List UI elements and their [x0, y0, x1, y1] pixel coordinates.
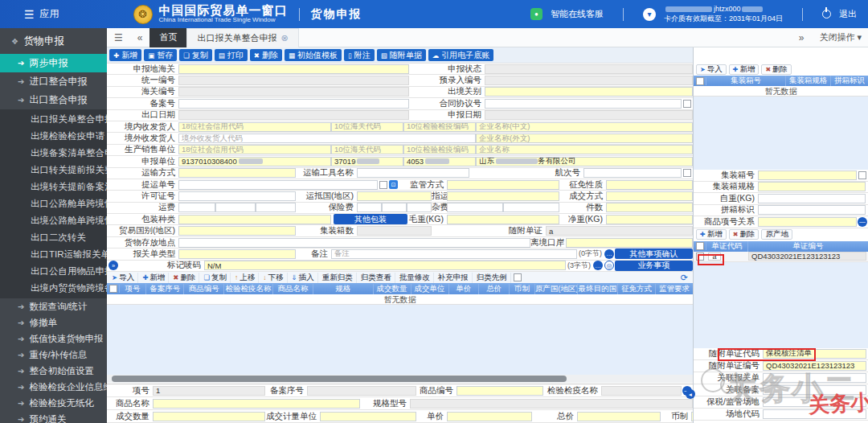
sidebar-item-import-integrated[interactable]: ➔ 进口整合申报: [0, 72, 107, 91]
item-new-button[interactable]: ✚新增: [139, 273, 169, 283]
freight-rate-input[interactable]: [215, 203, 256, 212]
insurance-rate-input[interactable]: [382, 203, 407, 212]
packages-input[interactable]: [606, 203, 693, 212]
goods-item-rel-input[interactable]: [758, 217, 857, 227]
other-confirm-button[interactable]: 其他事项确认: [615, 248, 693, 259]
declare-unit-customs-code-input[interactable]: 37019: [331, 157, 403, 166]
bill-no-lookup-icon[interactable]: ⊡: [389, 180, 398, 189]
attached-doc-code-input[interactable]: 保税核注清单: [763, 349, 866, 359]
sidebar-subitem-exit-record-list[interactable]: 出境备案清单整合申报: [0, 145, 107, 162]
doc-row-checkbox[interactable]: [696, 253, 704, 261]
col-exemption[interactable]: 征免方式: [618, 284, 656, 294]
doc-origin-button[interactable]: 原产地: [761, 229, 792, 240]
sidebar-section-goods-declare[interactable]: ❖ 货物申报: [0, 28, 107, 54]
select-all-checkbox[interactable]: [109, 285, 117, 293]
ref-eledger-button[interactable]: ☁引用电子底账: [428, 49, 494, 61]
sidebar-subitem-public-goods[interactable]: 出口公自用物品申报: [0, 263, 107, 280]
domestic-company-name-input[interactable]: 企业名称(中文): [476, 122, 693, 132]
logout-button[interactable]: 退出: [839, 8, 857, 20]
sidebar-subitem-domestic-trade[interactable]: 出境内贸货物跨境备案清: [0, 280, 107, 297]
item-move-down-button[interactable]: ↓下移: [260, 273, 287, 283]
declare-unit-name-input[interactable]: 山东务有限公司: [476, 157, 693, 166]
declare-customs-input[interactable]: [178, 64, 409, 74]
doc-code-cell[interactable]: a: [708, 253, 721, 261]
net-weight-input[interactable]: [606, 215, 693, 224]
scroll-tabs-right-icon[interactable]: »: [792, 32, 812, 43]
col-total-price[interactable]: 总价: [479, 284, 510, 294]
sidebar-item-init-settings[interactable]: ➔整合初始值设置: [0, 363, 107, 379]
item-delete-button[interactable]: ✖删除: [170, 273, 199, 283]
sidebar-subitem-exit-ciq[interactable]: 出境检验检疫申请: [0, 128, 107, 145]
horizontal-scrollbar[interactable]: [107, 375, 693, 383]
collapse-right-icon[interactable]: ◂: [686, 389, 695, 399]
insurance-mark-input[interactable]: [357, 203, 382, 212]
save-draft-button[interactable]: ▣暂存: [144, 49, 177, 61]
doc-delete-button[interactable]: ✖删除: [729, 229, 760, 240]
trade-country-input[interactable]: [178, 226, 296, 236]
related-record-input[interactable]: [763, 385, 866, 395]
container-new-button[interactable]: ✚新增: [729, 64, 760, 75]
app-menu[interactable]: ☰ 应用: [0, 0, 71, 28]
exit-gate-input[interactable]: [566, 238, 693, 248]
item-reclassify-button[interactable]: 重新归类: [319, 273, 357, 283]
record-no-input[interactable]: [178, 99, 409, 109]
tab-export-declaration[interactable]: 出口报关单整合申报 ⊗: [186, 28, 298, 47]
bonded-place-input[interactable]: [763, 397, 866, 407]
contract-checkbox[interactable]: [683, 100, 691, 108]
container-no-input[interactable]: [758, 170, 857, 180]
close-tab-icon[interactable]: ⊗: [280, 33, 288, 43]
refresh-icon[interactable]: ⟳: [681, 273, 691, 283]
doc-new-button[interactable]: ✚新增: [696, 229, 727, 240]
contract-no-input[interactable]: [485, 99, 682, 109]
place-code-input[interactable]: [763, 409, 866, 419]
sidebar-subitem-road-manifest-fast-2[interactable]: 出境公路舱单跨境快速通: [0, 212, 107, 229]
item-toolbar-checkbox[interactable]: [514, 273, 522, 281]
remark-more-icon[interactable]: …: [604, 249, 614, 259]
close-operations-dropdown[interactable]: 关闭操作 ▾: [819, 31, 862, 43]
business-matters-button[interactable]: 业务事项: [615, 261, 693, 271]
freight-mark-input[interactable]: [178, 203, 215, 212]
sidebar-subitem-export-decl[interactable]: 出口报关单整合申报: [0, 111, 107, 128]
dest-port-input[interactable]: [447, 191, 559, 201]
print-button[interactable]: ▤打印: [215, 49, 248, 61]
item-insert-button[interactable]: ⇓插入: [289, 273, 318, 283]
related-decl-input[interactable]: [763, 373, 866, 383]
qty-input[interactable]: [153, 412, 265, 421]
sidebar-item-data-query[interactable]: ➔数据查询/统计: [0, 298, 107, 314]
doc-number-cell[interactable]: QD43032021E123123123: [748, 252, 866, 261]
attached-doc-no-input[interactable]: QD43032021E123123123: [763, 361, 866, 371]
tab-home[interactable]: 首页: [149, 28, 186, 47]
delete-button[interactable]: ✖删除: [250, 49, 282, 61]
unit-input[interactable]: [320, 412, 416, 421]
attached-docs-button[interactable]: ▧随附单据: [377, 49, 426, 61]
package-type-input[interactable]: [178, 215, 331, 224]
sidebar-item-ciq-paperless[interactable]: ➔检验检疫无纸化: [0, 395, 107, 411]
item-classify-precedent-button[interactable]: 归类先例: [473, 273, 511, 283]
tare-weight-input[interactable]: [758, 194, 866, 203]
domestic-customs-code-input[interactable]: 10位海关代码: [331, 122, 403, 132]
container-spec-input[interactable]: [758, 182, 866, 191]
other-package-button[interactable]: 其他包装: [334, 214, 407, 224]
arrival-country-input[interactable]: [357, 191, 432, 201]
unit-price-input[interactable]: [447, 412, 532, 421]
scrollbar-thumb[interactable]: [112, 376, 567, 382]
container-delete-button[interactable]: ✖删除: [761, 64, 792, 75]
license-no-input[interactable]: [178, 191, 296, 201]
col-container-spec[interactable]: 集装箱规格: [786, 76, 831, 86]
col-dest-country[interactable]: 最终目的国: [578, 284, 618, 294]
production-company-name-input[interactable]: 企业名称: [476, 145, 693, 154]
goods-code-input[interactable]: [457, 386, 543, 396]
col-currency[interactable]: 币制: [510, 284, 535, 294]
total-price-input[interactable]: [577, 412, 661, 421]
scroll-tabs-left-icon[interactable]: «: [130, 32, 150, 43]
gross-weight-input[interactable]: [447, 215, 559, 224]
col-ciq-name[interactable]: 检验检疫名称: [224, 284, 273, 294]
init-template-button[interactable]: ▦初始值模板: [285, 49, 342, 61]
collapse-left-icon[interactable]: »: [108, 261, 118, 270]
note-button[interactable]: ▯附注: [344, 49, 375, 61]
user-avatar-icon[interactable]: ▾: [643, 8, 656, 21]
new-button[interactable]: ✚新增: [109, 49, 141, 61]
domestic-uscc-input[interactable]: 18位社会信用代码: [178, 122, 331, 132]
mark-history-icon[interactable]: ◎: [604, 261, 614, 270]
exit-customs-input[interactable]: [485, 87, 693, 97]
